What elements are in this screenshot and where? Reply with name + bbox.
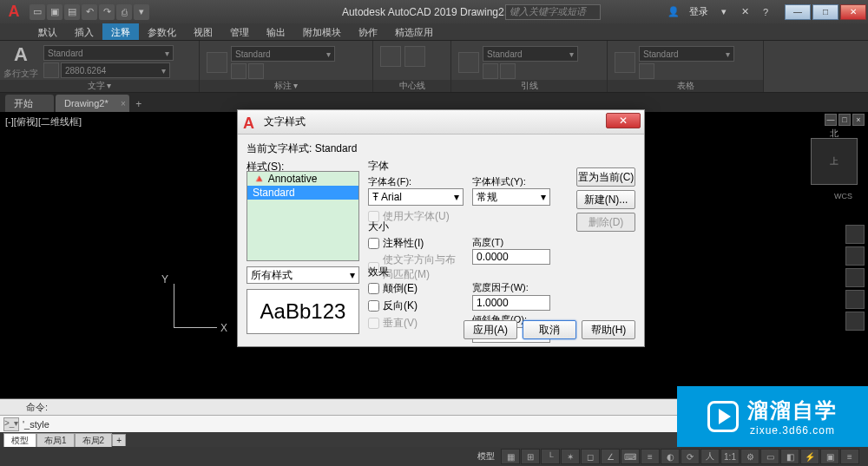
styles-listbox[interactable]: 🔺 Annotative Standard xyxy=(247,171,359,261)
sb-anno-icon[interactable]: 人 xyxy=(700,449,720,464)
qat-new-icon[interactable]: ▭ xyxy=(30,4,45,20)
sb-lwt-icon[interactable]: ≡ xyxy=(641,449,660,464)
qat-redo-icon[interactable]: ↷ xyxy=(99,4,115,20)
centerline-icon[interactable] xyxy=(380,46,401,67)
minimize-button[interactable]: — xyxy=(785,4,811,20)
signin-link[interactable]: 登录 xyxy=(686,5,712,18)
tab-manage[interactable]: 管理 xyxy=(221,23,258,40)
dim-style-dropdown[interactable]: Standard▾ xyxy=(231,46,335,62)
layout-tab-model[interactable]: 模型 xyxy=(3,433,36,448)
layout-tab-2[interactable]: 布局2 xyxy=(75,433,113,448)
user-icon[interactable]: 👤 xyxy=(665,4,682,20)
font-name-dropdown[interactable]: Ŧ Arial▾ xyxy=(368,188,464,206)
dim-tool-icon[interactable] xyxy=(231,63,247,79)
mtext-button[interactable]: A 多行文字 xyxy=(3,43,38,81)
app-logo[interactable]: A xyxy=(2,3,26,22)
sb-ortho-icon[interactable]: └ xyxy=(541,449,560,464)
height-input[interactable]: 0.0000 xyxy=(472,249,550,265)
sb-otrack-icon[interactable]: ∠ xyxy=(601,449,620,464)
table-tool-icon[interactable] xyxy=(639,63,654,79)
doc-tab-drawing2[interactable]: Drawing2*× xyxy=(56,95,129,112)
panel-dim-label[interactable]: 标注 ▾ xyxy=(200,80,372,92)
centermark-icon[interactable] xyxy=(404,46,425,67)
search-input[interactable]: 键入关键字或短语 xyxy=(505,4,601,20)
sb-workspace-icon[interactable]: ⚙ xyxy=(740,449,760,464)
nav-showmotion-icon[interactable] xyxy=(845,312,865,331)
nav-wheel-icon[interactable] xyxy=(845,225,865,244)
leader-style-dropdown[interactable]: Standard▾ xyxy=(483,46,578,62)
close-button[interactable]: ✕ xyxy=(840,4,866,20)
sb-custom-icon[interactable]: ≡ xyxy=(840,449,859,464)
sb-osnap-icon[interactable]: ◻ xyxy=(581,449,600,464)
annotative-checkbox[interactable]: 注释性(I) xyxy=(368,236,464,251)
upside-down-checkbox[interactable]: 颠倒(E) xyxy=(368,281,464,296)
text-height-field[interactable]: 2880.6264▾ xyxy=(61,62,170,78)
viewport-close-icon[interactable]: × xyxy=(852,114,865,126)
tab-output[interactable]: 输出 xyxy=(258,23,294,40)
sb-scale-icon[interactable]: 1:1 xyxy=(720,449,740,464)
table-style-dropdown[interactable]: Standard▾ xyxy=(639,46,734,62)
sb-clean-icon[interactable]: ▣ xyxy=(820,449,839,464)
dim-tool2-icon[interactable] xyxy=(248,63,264,79)
qat-undo-icon[interactable]: ↶ xyxy=(82,4,97,20)
nav-orbit-icon[interactable] xyxy=(845,290,865,309)
font-style-dropdown[interactable]: 常规▾ xyxy=(472,188,550,206)
style-item-annotative[interactable]: 🔺 Annotative xyxy=(247,172,358,186)
tab-view[interactable]: 视图 xyxy=(185,23,221,40)
sb-isolate-icon[interactable]: ◧ xyxy=(780,449,799,464)
cancel-button[interactable]: 取消 xyxy=(523,320,576,339)
close-tab-icon[interactable]: × xyxy=(121,99,126,108)
add-tab-button[interactable]: + xyxy=(131,96,147,112)
layout-add-button[interactable]: + xyxy=(112,434,126,446)
sb-hardware-icon[interactable]: ⚡ xyxy=(800,449,819,464)
apply-button[interactable]: 应用(A) xyxy=(464,320,517,339)
sb-monitor-icon[interactable]: ▭ xyxy=(760,449,779,464)
dropdown-icon[interactable]: ▾ xyxy=(715,4,733,20)
tab-parametric[interactable]: 参数化 xyxy=(139,23,185,40)
dialog-close-button[interactable]: ✕ xyxy=(606,113,641,128)
sb-dyn-icon[interactable]: ⌨ xyxy=(621,449,640,464)
doc-tab-start[interactable]: 开始 xyxy=(5,95,54,112)
maximize-button[interactable]: □ xyxy=(812,4,838,20)
tab-collab[interactable]: 协作 xyxy=(350,23,386,40)
sb-snap-icon[interactable]: ⊞ xyxy=(521,449,540,464)
table-icon[interactable] xyxy=(615,52,635,73)
help-icon[interactable]: ? xyxy=(757,4,774,20)
width-factor-input[interactable]: 1.0000 xyxy=(472,295,550,311)
viewport-max-icon[interactable]: □ xyxy=(838,114,851,126)
dimension-icon[interactable] xyxy=(207,52,227,73)
sb-cycle-icon[interactable]: ⟳ xyxy=(681,449,700,464)
tab-insert[interactable]: 插入 xyxy=(66,23,102,40)
panel-leader-label[interactable]: 引线 xyxy=(451,80,607,92)
layout-tab-1[interactable]: 布局1 xyxy=(36,433,75,448)
nav-pan-icon[interactable] xyxy=(845,246,865,266)
dialog-titlebar[interactable]: A 文字样式 ✕ xyxy=(238,110,644,135)
wcs-label[interactable]: WCS xyxy=(834,192,852,200)
qat-save-icon[interactable]: ▤ xyxy=(64,4,80,20)
sb-grid-icon[interactable]: ▦ xyxy=(501,449,520,464)
text-height-icon[interactable] xyxy=(43,62,59,78)
command-prompt-icon[interactable]: >_▾ xyxy=(3,417,19,431)
help-button[interactable]: 帮助(H) xyxy=(582,320,635,339)
style-filter-dropdown[interactable]: 所有样式▾ xyxy=(247,266,359,284)
sb-transparency-icon[interactable]: ◐ xyxy=(661,449,680,464)
style-item-standard[interactable]: Standard xyxy=(247,186,358,200)
set-current-button[interactable]: 置为当前(C) xyxy=(576,167,635,187)
status-model-label[interactable]: 模型 xyxy=(472,450,500,463)
qat-open-icon[interactable]: ▣ xyxy=(47,4,62,20)
viewport-label[interactable]: [-][俯视][二维线框] xyxy=(5,115,82,128)
view-cube[interactable]: 上 xyxy=(811,138,858,185)
tab-addins[interactable]: 附加模块 xyxy=(294,23,350,40)
text-style-dropdown[interactable]: Standard▾ xyxy=(43,45,174,61)
sb-polar-icon[interactable]: ✶ xyxy=(561,449,580,464)
panel-center-label[interactable]: 中心线 xyxy=(373,80,450,92)
exchange-icon[interactable]: ✕ xyxy=(736,4,753,20)
qat-print-icon[interactable]: ⎙ xyxy=(116,4,132,20)
tab-featured[interactable]: 精选应用 xyxy=(386,23,442,40)
leader-add-icon[interactable] xyxy=(483,63,498,79)
viewport-min-icon[interactable]: — xyxy=(825,114,837,126)
leader-icon[interactable] xyxy=(458,52,479,73)
qat-more-icon[interactable]: ▾ xyxy=(134,4,149,20)
leader-rm-icon[interactable] xyxy=(500,63,516,79)
tab-annotate[interactable]: 注释 xyxy=(102,23,139,40)
